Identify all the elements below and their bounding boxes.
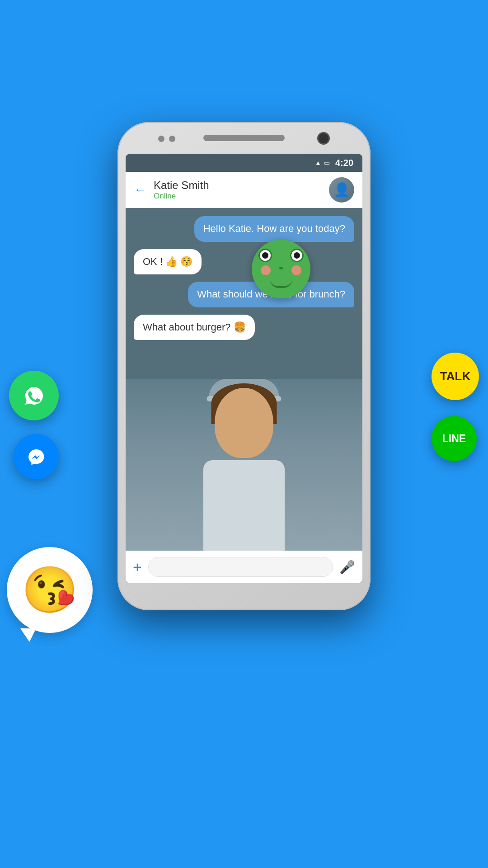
css-person bbox=[194, 379, 294, 551]
phone-wrapper: ▲ ▭ 4:20 ← Katie Smith Online 👤 bbox=[117, 122, 371, 610]
chat-header: ← Katie Smith Online 👤 bbox=[126, 172, 362, 208]
message-received-1: OK ! 👍 😚 bbox=[134, 249, 202, 275]
kiss-emoji: 😘 bbox=[22, 563, 78, 617]
line-icon[interactable]: LINE bbox=[432, 416, 477, 461]
input-bar: + 🎤 bbox=[126, 551, 362, 583]
phone-body: ▲ ▭ 4:20 ← Katie Smith Online 👤 bbox=[117, 122, 371, 610]
phone-camera bbox=[317, 132, 330, 145]
message-text-1: Hello Katie. How are you today? bbox=[203, 223, 345, 234]
message-sent-1: Hello Katie. How are you today? bbox=[194, 216, 354, 242]
kakaotalk-label: TALK bbox=[440, 369, 470, 383]
message-input[interactable] bbox=[148, 557, 333, 577]
message-text-2: OK ! 👍 😚 bbox=[143, 256, 192, 267]
messenger-icon[interactable] bbox=[14, 434, 59, 479]
frog-mouth bbox=[270, 279, 292, 288]
status-time: 4:20 bbox=[335, 158, 353, 168]
status-bar: ▲ ▭ 4:20 bbox=[126, 154, 362, 172]
person-photo-area bbox=[126, 379, 362, 551]
back-button[interactable]: ← bbox=[134, 183, 146, 197]
whatsapp-icon[interactable] bbox=[9, 371, 59, 420]
frog-eye-right bbox=[290, 249, 304, 262]
frog-face bbox=[256, 246, 306, 292]
contact-status: Online bbox=[154, 192, 322, 201]
phone-dot-1 bbox=[158, 136, 164, 142]
frog-nose bbox=[279, 267, 283, 269]
phone-dots bbox=[158, 136, 175, 142]
kakaotalk-icon[interactable]: TALK bbox=[432, 353, 479, 400]
frog-cheek-right bbox=[291, 265, 301, 275]
battery-icon: ▭ bbox=[324, 159, 330, 166]
contact-info: Katie Smith Online bbox=[154, 179, 322, 201]
frog-eye-left bbox=[258, 249, 272, 262]
emoji-bubble: 😘 bbox=[7, 547, 93, 633]
phone-dot-2 bbox=[169, 136, 175, 142]
contact-name: Katie Smith bbox=[154, 179, 322, 192]
phone-speaker bbox=[203, 135, 285, 141]
frog-cheek-left bbox=[261, 265, 271, 275]
message-received-2: What about burger? 🍔 bbox=[134, 315, 255, 340]
frog-sticker bbox=[252, 240, 310, 298]
signal-icon: ▲ bbox=[315, 159, 321, 166]
person-head bbox=[215, 388, 273, 458]
line-label: LINE bbox=[442, 433, 466, 445]
plus-button[interactable]: + bbox=[133, 558, 142, 576]
person-body bbox=[203, 460, 285, 551]
mic-button[interactable]: 🎤 bbox=[339, 560, 355, 575]
photo-bg bbox=[126, 379, 362, 551]
contact-avatar: 👤 bbox=[329, 177, 354, 203]
phone-screen: ▲ ▭ 4:20 ← Katie Smith Online 👤 bbox=[126, 154, 362, 583]
status-icons: ▲ ▭ bbox=[315, 159, 330, 166]
message-text-4: What about burger? 🍔 bbox=[143, 321, 246, 333]
